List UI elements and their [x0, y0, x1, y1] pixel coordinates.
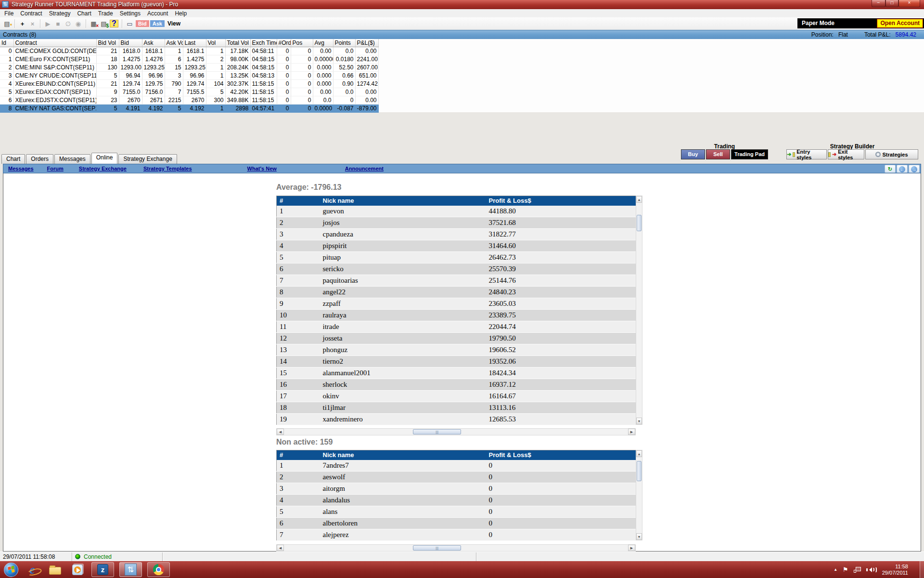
contract-row[interactable]: 3CME:NY CRUDE:CONT(SEP11)596.9496.96396.…	[0, 71, 378, 79]
cancel-icon[interactable]: ∅	[63, 19, 73, 28]
hidden-icons-icon[interactable]: ▲	[834, 567, 837, 572]
contracts-column-header[interactable]: Bid Vol	[96, 39, 119, 47]
buy-button[interactable]: Buy	[681, 149, 705, 159]
scroll-thumb[interactable]: |||	[413, 545, 461, 551]
stop-strategy-icon[interactable]: ■	[53, 19, 63, 28]
forward-icon[interactable]: →	[909, 165, 920, 173]
contract-row[interactable]: 8CME:NY NAT GAS:CONT(SEP11)54.1914.19254…	[0, 104, 378, 112]
contracts-column-header[interactable]: Id	[0, 39, 13, 47]
network-icon[interactable]	[854, 567, 861, 573]
tab-online[interactable]: Online	[91, 153, 118, 164]
contract-row[interactable]: 4XEurex:EBUND:CONT(SEP11)21129.74129.757…	[0, 79, 378, 88]
taskbar-item-strategy-runner[interactable]: ⇅	[119, 562, 142, 577]
contracts-column-header[interactable]: Ask	[142, 39, 165, 47]
pause-icon[interactable]: ◉	[73, 19, 83, 28]
link-messages[interactable]: Messages	[8, 166, 34, 171]
refresh-icon[interactable]: ↻	[885, 165, 896, 173]
scroll-left-icon[interactable]: ◀	[277, 429, 284, 435]
scroll-up-icon[interactable]: ▲	[636, 196, 642, 203]
strategies-button[interactable]: Strategies	[865, 149, 918, 159]
scroll-down-icon[interactable]: ▼	[636, 418, 642, 424]
scroll-thumb[interactable]	[637, 461, 642, 481]
menu-trade[interactable]: Trade	[95, 10, 117, 17]
add-icon[interactable]: +	[17, 19, 27, 28]
contracts-column-header[interactable]: Vol	[206, 39, 225, 47]
contract-row[interactable]: 0CME:COMEX GOLD:CONT(DEC11)211618.01618.…	[0, 47, 378, 55]
sell-button[interactable]: Sell	[706, 149, 730, 159]
scroll-thumb[interactable]: |||	[413, 429, 461, 434]
tab-messages[interactable]: Messages	[54, 154, 90, 164]
action-center-icon[interactable]: ⚑	[843, 566, 848, 573]
contracts-column-header[interactable]: Pos	[291, 39, 313, 47]
tab-chart[interactable]: Chart	[1, 154, 25, 164]
tab-strategy-exchange[interactable]: Strategy Exchange	[118, 154, 177, 164]
back-icon[interactable]: ←	[897, 165, 908, 173]
ask-label[interactable]: Ask	[150, 20, 165, 27]
column-header[interactable]: Profit & Loss$	[486, 450, 636, 460]
link-strategy-exchange[interactable]: Strategy Exchange	[79, 166, 127, 171]
leaderboard-vscrollbar[interactable]: ▲ ▼	[636, 196, 642, 425]
view-label[interactable]: View	[167, 20, 180, 27]
start-strategy-icon[interactable]: ▶	[43, 19, 53, 28]
column-header[interactable]: Nick name	[320, 450, 486, 460]
minimize-button[interactable]: −	[872, 0, 886, 7]
bid-label[interactable]: Bid	[136, 20, 149, 27]
taskbar-item-z-app[interactable]: z	[91, 562, 114, 577]
contracts-column-header[interactable]: Last	[183, 39, 206, 47]
column-header[interactable]: Profit & Loss$	[486, 196, 636, 206]
menu-contract[interactable]: Contract	[17, 10, 46, 17]
contracts-column-header[interactable]: #Orders	[277, 39, 291, 47]
column-header[interactable]: Nick name	[320, 196, 486, 206]
column-header[interactable]: #	[277, 450, 320, 460]
scroll-right-icon[interactable]: ▶	[628, 429, 635, 435]
close-position-icon[interactable]: ▦×	[89, 19, 99, 28]
scroll-up-icon[interactable]: ▲	[636, 450, 642, 457]
menu-account[interactable]: Account	[144, 10, 172, 17]
contract-row[interactable]: 1CME:Euro FX:CONT(SEP11)181.42751.427661…	[0, 55, 378, 63]
link-strategy-templates[interactable]: Strategy Templates	[143, 166, 192, 171]
account-report-icon[interactable]: ▤$	[99, 19, 109, 28]
maximize-button[interactable]: □	[886, 0, 898, 7]
menu-settings[interactable]: Settings	[117, 10, 144, 17]
contracts-column-header[interactable]: Total Vol	[225, 39, 250, 47]
entry-styles-button[interactable]: ➜ Entry styles	[786, 149, 827, 159]
non-active-hscrollbar[interactable]: ◀ ||| ▶	[276, 544, 636, 552]
contract-row[interactable]: 5XEurex:EDAX:CONT(SEP11)97155.07156.0771…	[0, 88, 378, 96]
trading-pad-button[interactable]: Trading Pad	[731, 149, 768, 159]
scroll-left-icon[interactable]: ◀	[277, 545, 284, 551]
quote-panel-icon[interactable]: ▭	[125, 19, 135, 28]
menu-help[interactable]: Help	[172, 10, 191, 17]
contracts-column-header[interactable]: Avg	[313, 39, 333, 47]
link-what-s-new[interactable]: What's New	[247, 166, 277, 171]
contracts-column-header[interactable]: Exch Time	[250, 39, 277, 47]
exit-styles-button[interactable]: ➜ Exit styles	[828, 149, 864, 159]
taskbar-item-media-player[interactable]	[69, 562, 86, 577]
taskbar-item-chrome[interactable]	[147, 562, 170, 577]
scroll-thumb[interactable]	[637, 215, 642, 231]
menu-file[interactable]: File	[1, 10, 17, 17]
link-forum[interactable]: Forum	[47, 166, 64, 171]
contract-row[interactable]: 6XEurex:EDJSTX:CONT(SEP11)23267026712215…	[0, 96, 378, 104]
volume-icon[interactable]	[866, 567, 877, 573]
scroll-right-icon[interactable]: ▶	[628, 545, 635, 551]
non-active-vscrollbar[interactable]: ▲ ▼	[636, 450, 642, 540]
menu-chart[interactable]: Chart	[74, 10, 95, 17]
scroll-down-icon[interactable]: ▼	[636, 533, 642, 540]
close-button[interactable]: ×	[898, 0, 920, 7]
tab-orders[interactable]: Orders	[26, 154, 53, 164]
menu-strategy[interactable]: Strategy	[46, 10, 75, 17]
start-button[interactable]	[4, 563, 18, 577]
leaderboard-hscrollbar[interactable]: ◀ ||| ▶	[276, 428, 636, 435]
show-desktop-button[interactable]	[920, 561, 924, 578]
taskbar-item-explorer[interactable]	[46, 562, 64, 577]
open-account-button[interactable]: Open Account	[877, 19, 923, 28]
contract-row[interactable]: 2CME:MINI S&P:CONT(SEP11)1301293.001293.…	[0, 63, 378, 71]
contracts-column-header[interactable]: Bid	[119, 39, 142, 47]
contracts-column-header[interactable]: Contract	[13, 39, 96, 47]
delete-icon[interactable]: ×	[27, 19, 38, 28]
taskbar-clock[interactable]: 11:5829/07/2011	[882, 564, 908, 576]
contracts-column-header[interactable]: Points	[333, 39, 355, 47]
taskbar-item-ie[interactable]: e	[24, 562, 41, 577]
contracts-column-header[interactable]: Ask Vol	[165, 39, 183, 47]
column-header[interactable]: #	[277, 196, 320, 206]
